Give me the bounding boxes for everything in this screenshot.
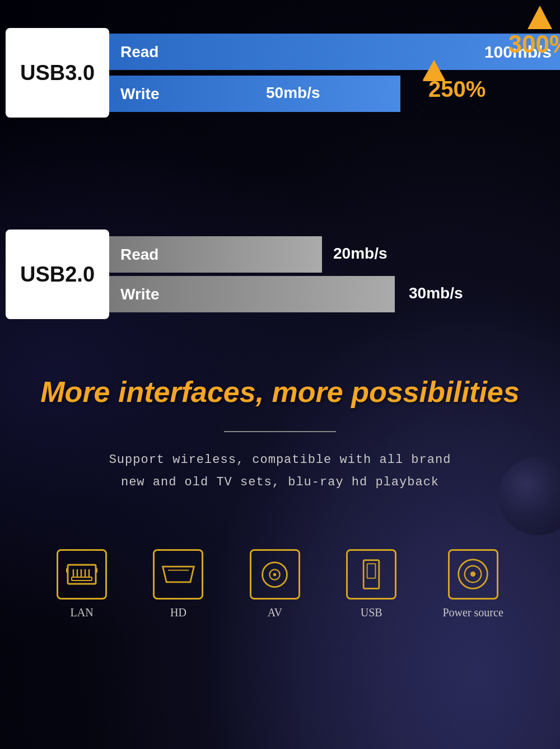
usb2-write-bar: Write [109, 276, 395, 312]
icons-section: LAN HD [0, 516, 560, 636]
usb3-write-bar: Write [109, 76, 400, 112]
usb3-300-container: 300% [508, 6, 560, 58]
usb2-write-label: Write [120, 285, 160, 303]
usb2-label: USB2.0 [6, 230, 109, 319]
av-icon-box [250, 549, 300, 600]
svg-rect-13 [363, 560, 379, 589]
usb2-read-speed: 20mb/s [333, 245, 388, 263]
svg-rect-7 [66, 568, 68, 573]
av-icon [259, 559, 290, 590]
usb3-read-bar: Read 100mb/s [109, 34, 560, 70]
lan-icon [65, 560, 99, 588]
usb3-bars: Read 100mb/s 300% Write 50mb/s [109, 31, 560, 114]
svg-point-12 [273, 573, 277, 576]
svg-rect-14 [367, 564, 376, 578]
usb2-write-row: Write 30mb/s [109, 276, 554, 312]
usb3-read-percent: 300% [508, 30, 560, 58]
divider-line [224, 431, 336, 432]
usb3-read-label: Read [120, 43, 158, 61]
svg-point-17 [470, 572, 475, 577]
power-label: Power source [442, 606, 503, 619]
more-interfaces-title: More interfaces, more possibilities [22, 375, 538, 409]
more-interfaces-section: More interfaces, more possibilities Supp… [0, 330, 560, 504]
usb-item: USB [346, 549, 396, 619]
lan-icon-box [57, 549, 107, 600]
hd-icon [160, 563, 197, 586]
svg-rect-6 [72, 577, 92, 581]
usb2-section: USB2.0 Read 20mb/s Write 30mb/s [0, 196, 560, 330]
usb2-bars: Read 20mb/s Write 30mb/s [109, 234, 554, 315]
usb2-read-bar: Read [109, 236, 322, 273]
usb3-write-label: Write [120, 85, 160, 103]
power-source-icon [456, 558, 490, 591]
lan-item: LAN [57, 549, 107, 619]
power-icon-box [448, 549, 498, 600]
svg-rect-8 [95, 568, 97, 573]
page-container: USB3.0 Read 100mb/s 300% Write [0, 0, 560, 647]
support-line1: Support wireless, compatible with all br… [109, 453, 451, 467]
support-text: Support wireless, compatible with all br… [22, 449, 538, 493]
hd-label: HD [170, 606, 186, 619]
usb-label: USB [361, 606, 382, 619]
lan-label: LAN [71, 606, 94, 619]
usb3-write-speed: 50mb/s [266, 84, 320, 102]
power-item: Power source [442, 549, 503, 619]
hd-item: HD [153, 549, 203, 619]
usb3-write-row: Write 50mb/s 250% [109, 76, 560, 112]
usb-port-icon [360, 558, 382, 591]
usb-icon-box [346, 549, 396, 600]
usb2-read-label: Read [120, 246, 158, 264]
hd-icon-box [153, 549, 203, 600]
usb3-section: USB3.0 Read 100mb/s 300% Write [0, 11, 560, 129]
usb3-label: USB3.0 [6, 28, 109, 118]
av-label: AV [268, 606, 282, 619]
usb3-write-percent: 250% [428, 77, 486, 102]
usb2-read-row: Read 20mb/s [109, 236, 554, 273]
av-item: AV [250, 549, 300, 619]
support-line2: new and old TV sets, blu-ray hd playback [121, 475, 439, 489]
usb3-read-row: Read 100mb/s 300% [109, 34, 560, 70]
300-arrow-icon [528, 6, 552, 29]
usb2-write-speed: 30mb/s [409, 284, 463, 302]
spacer2 [0, 162, 560, 196]
spacer1 [0, 129, 560, 162]
